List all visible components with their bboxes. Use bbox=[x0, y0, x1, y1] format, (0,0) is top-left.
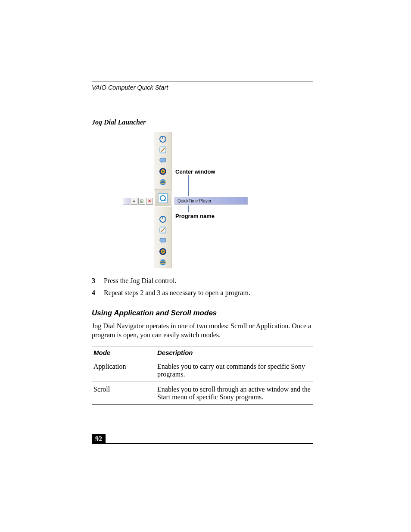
footer-rule bbox=[92, 443, 313, 444]
svg-rect-14 bbox=[160, 238, 166, 242]
note-icon[interactable] bbox=[159, 146, 167, 154]
svg-rect-1 bbox=[141, 201, 142, 202]
running-head: VAIO Computer Quick Start bbox=[92, 84, 313, 91]
step-text: Repeat steps 2 and 3 as necessary to ope… bbox=[104, 289, 250, 297]
media-icon[interactable] bbox=[159, 167, 167, 176]
power-icon[interactable] bbox=[159, 135, 167, 143]
ie-icon[interactable] bbox=[159, 178, 167, 187]
media-icon[interactable] bbox=[159, 247, 167, 256]
toolbar-pin-icon[interactable] bbox=[131, 198, 137, 205]
page-number: 92 bbox=[92, 434, 106, 444]
header-rule bbox=[92, 81, 313, 81]
mode-cell: Scroll bbox=[92, 382, 156, 404]
quicktime-icon bbox=[158, 193, 168, 203]
table-header-mode: Mode bbox=[92, 346, 156, 359]
figure-wrap: ✕ bbox=[92, 132, 313, 268]
mode-cell: Application bbox=[92, 359, 156, 382]
toolbar-gradient bbox=[123, 198, 130, 205]
figure-caption: Jog Dial Launcher bbox=[92, 118, 313, 126]
ie-icon[interactable] bbox=[159, 258, 167, 267]
step-number: 4 bbox=[92, 289, 104, 297]
desc-cell: Enables you to carry out commands for sp… bbox=[156, 359, 313, 382]
jog-dial-dock bbox=[154, 132, 172, 268]
toolbar-close-icon[interactable]: ✕ bbox=[146, 198, 153, 205]
svg-rect-5 bbox=[160, 158, 166, 162]
center-window-slot[interactable] bbox=[154, 189, 171, 207]
section-heading: Using Application and Scroll modes bbox=[92, 309, 313, 317]
dock-group-top bbox=[159, 132, 167, 189]
mini-toolbar: ✕ bbox=[123, 197, 153, 205]
power-icon[interactable] bbox=[159, 215, 167, 224]
page-footer: 92 bbox=[92, 434, 313, 444]
note-icon[interactable] bbox=[159, 226, 167, 234]
program-name-tooltip: QuickTime Player bbox=[174, 197, 248, 205]
leader-line bbox=[188, 175, 189, 196]
table-row: Application Enables you to carry out com… bbox=[92, 359, 313, 382]
modes-table: Mode Description Application Enables you… bbox=[92, 346, 313, 405]
leader-line bbox=[188, 205, 189, 212]
table-header-desc: Description bbox=[156, 346, 313, 359]
step-item: 3 Press the Jog Dial control. bbox=[92, 277, 313, 285]
step-number: 3 bbox=[92, 277, 104, 285]
page-content: VAIO Computer Quick Start Jog Dial Launc… bbox=[92, 81, 313, 405]
jog-dial-figure: ✕ bbox=[123, 132, 252, 268]
section-body: Jog Dial Navigator operates in one of tw… bbox=[92, 322, 313, 340]
toolbar-settings-icon[interactable] bbox=[138, 198, 145, 205]
chat-icon[interactable] bbox=[159, 236, 167, 245]
chat-icon[interactable] bbox=[159, 156, 167, 165]
step-item: 4 Repeat steps 2 and 3 as necessary to o… bbox=[92, 289, 313, 297]
step-text: Press the Jog Dial control. bbox=[104, 277, 176, 285]
table-row: Scroll Enables you to scroll through an … bbox=[92, 382, 313, 404]
step-list: 3 Press the Jog Dial control. 4 Repeat s… bbox=[92, 277, 313, 297]
callout-center-window: Center window bbox=[175, 168, 215, 175]
callout-program-name: Program name bbox=[175, 213, 215, 219]
desc-cell: Enables you to scroll through an active … bbox=[156, 382, 313, 404]
dock-group-bottom bbox=[159, 207, 167, 269]
